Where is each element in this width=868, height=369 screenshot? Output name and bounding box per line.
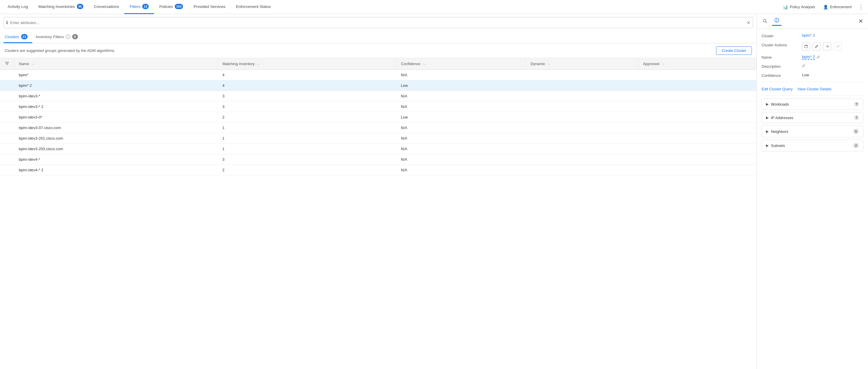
rp-description-label: Description	[762, 64, 800, 69]
row-matching-inventory-cell: 2	[218, 165, 396, 176]
neighbors-title: Neighbors	[771, 129, 851, 134]
rp-edit-action[interactable]	[813, 42, 821, 51]
policy-analysis-label: Policy Analysis	[790, 5, 815, 9]
tab-filters-label: Filters	[130, 4, 141, 9]
table-row[interactable]: bpim-idev4-* 3 N/A	[0, 154, 756, 165]
rp-cluster-label: Cluster	[762, 33, 800, 38]
row-approved-cell	[638, 70, 756, 80]
row-matching-inventory-cell: 1	[218, 123, 396, 133]
workloads-title: Workloads	[771, 102, 852, 106]
confidence-column-header[interactable]: Confidence ↑↓	[396, 58, 526, 70]
right-panel-close-button[interactable]: ✕	[857, 17, 865, 26]
confidence-column-label: Confidence	[401, 62, 420, 66]
tab-clusters[interactable]: Clusters 23	[3, 31, 32, 43]
row-matching-inventory-cell: 3	[218, 154, 396, 165]
dynamic-column-label: Dynamic	[530, 62, 546, 66]
sub-tabs: Clusters 23 Inventory Filters i 0	[0, 31, 756, 43]
tab-enforcement-status-label: Enforcement Status	[236, 4, 271, 9]
enforcement-button[interactable]: 👤 Enforcement	[819, 3, 855, 10]
clear-search-icon[interactable]: ✕	[747, 20, 750, 26]
rp-links: Edit Cluster Query View Cluster Details	[762, 85, 863, 96]
table-row[interactable]: bpim* 4 N/A	[0, 70, 756, 80]
subnets-expand-header[interactable]: ▶ Subnets 2	[762, 140, 863, 151]
rp-cluster-value[interactable]: bpim* 2	[802, 33, 863, 37]
tab-conversations-label: Conversations	[94, 4, 119, 9]
rp-name-row: Name bpim* 2	[762, 55, 863, 60]
matching-inventory-column-header[interactable]: Matching Inventory ↑↓	[218, 58, 396, 70]
row-confidence-cell: N/A	[396, 123, 526, 133]
rp-info-icon[interactable]	[772, 17, 781, 26]
rp-approve-action[interactable]	[834, 42, 842, 51]
row-filter-cell	[0, 144, 14, 154]
filter-icon[interactable]	[5, 62, 9, 67]
right-panel-header-icons	[761, 17, 781, 26]
ip-addresses-expand-header[interactable]: ▶ IP Addresses ?	[762, 112, 863, 123]
tab-inventory-filters-label: Inventory Filters	[36, 35, 64, 39]
create-cluster-button[interactable]: Create Cluster	[716, 47, 752, 55]
rp-confidence-label: Confidence	[762, 73, 800, 78]
table-row[interactable]: bpim-idev3-* 3 N/A	[0, 91, 756, 101]
ip-addresses-question-icon: ?	[854, 115, 859, 120]
name-column-header[interactable]: Name ↑↓	[14, 58, 218, 70]
row-dynamic-cell	[526, 165, 638, 176]
view-cluster-details-link[interactable]: View Cluster Details	[797, 87, 831, 91]
row-confidence-cell: Low	[396, 112, 526, 123]
description-bar: Clusters are suggested groups generated …	[0, 43, 756, 58]
search-input[interactable]	[10, 21, 747, 25]
table-row[interactable]: bpim-idev3-0* 2 Low	[0, 112, 756, 123]
rp-search-icon[interactable]	[761, 17, 770, 26]
tab-matching-inventories[interactable]: Matching Inventories 46	[33, 0, 89, 14]
rp-cluster-actions	[802, 42, 842, 51]
table-row[interactable]: bpim-idev3-07.cisco.com 1 N/A	[0, 123, 756, 133]
tab-conversations[interactable]: Conversations	[89, 0, 124, 14]
rp-delete-action[interactable]	[802, 42, 810, 51]
row-approved-cell	[638, 112, 756, 123]
tab-inventory-filters[interactable]: Inventory Filters i 0	[35, 31, 83, 43]
row-name-cell: bpim-idev3-201.cisco.com	[14, 133, 218, 144]
table-row[interactable]: bpim-idev3-203.cisco.com 1 N/A	[0, 144, 756, 154]
row-filter-cell	[0, 112, 14, 123]
tab-policies[interactable]: Policies 154	[154, 0, 188, 14]
row-dynamic-cell	[526, 133, 638, 144]
row-approved-cell	[638, 165, 756, 176]
workloads-expand-header[interactable]: ▶ Workloads ?	[762, 99, 863, 110]
table-row[interactable]: bpim-idev4-* 2 2 N/A	[0, 165, 756, 176]
row-name-cell: bpim-idev4-* 2	[14, 165, 218, 176]
tab-provided-services-label: Provided Services	[193, 4, 225, 9]
row-name-cell: bpim-idev3-* 2	[14, 101, 218, 112]
row-name-cell: bpim-idev3-203.cisco.com	[14, 144, 218, 154]
tab-matching-inventories-badge: 46	[77, 4, 83, 9]
tab-filters[interactable]: Filters 13	[124, 0, 154, 14]
rp-name-value[interactable]: bpim* 2	[802, 55, 815, 60]
row-confidence-cell: N/A	[396, 70, 526, 80]
more-options-button[interactable]: ⋮	[856, 2, 866, 12]
table-row[interactable]: bpim-idev3-201.cisco.com 1 N/A	[0, 133, 756, 144]
rp-arrow-action[interactable]	[823, 42, 831, 51]
dynamic-column-header[interactable]: Dynamic ↑↓	[526, 58, 638, 70]
policy-analysis-button[interactable]: 📊 Policy Analysis	[779, 3, 818, 10]
row-matching-inventory-cell: 3	[218, 91, 396, 101]
attribute-search-bar: ℹ ✕	[3, 17, 753, 28]
tab-clusters-badge: 23	[21, 34, 28, 39]
chart-icon: 📊	[783, 5, 788, 9]
tab-activity-log[interactable]: Activity Log	[2, 0, 33, 14]
rp-description-edit-icon[interactable]	[802, 64, 806, 68]
tab-activity-log-label: Activity Log	[8, 4, 28, 9]
neighbors-expand-header[interactable]: ▶ Neighbors 5	[762, 126, 863, 137]
rp-cluster-actions-row: Cluster Actions	[762, 42, 863, 51]
row-confidence-cell: N/A	[396, 154, 526, 165]
row-name-cell: bpim-idev3-0*	[14, 112, 218, 123]
tab-enforcement-status[interactable]: Enforcement Status	[231, 0, 276, 14]
table-row[interactable]: bpim* 2 4 Low	[0, 80, 756, 91]
edit-cluster-query-link[interactable]: Edit Cluster Query	[762, 87, 793, 91]
rp-cluster-row: Cluster bpim* 2	[762, 33, 863, 38]
approved-column-header[interactable]: Approved ↑↓	[638, 58, 756, 70]
svg-line-1	[766, 22, 767, 23]
row-approved-cell	[638, 144, 756, 154]
table-row[interactable]: bpim-idev3-* 2 3 N/A	[0, 101, 756, 112]
tab-filters-badge: 13	[142, 4, 149, 9]
tab-provided-services[interactable]: Provided Services	[188, 0, 231, 14]
rp-name-edit-icon[interactable]	[817, 55, 820, 60]
row-approved-cell	[638, 91, 756, 101]
rp-confidence-value: Low	[802, 73, 863, 77]
